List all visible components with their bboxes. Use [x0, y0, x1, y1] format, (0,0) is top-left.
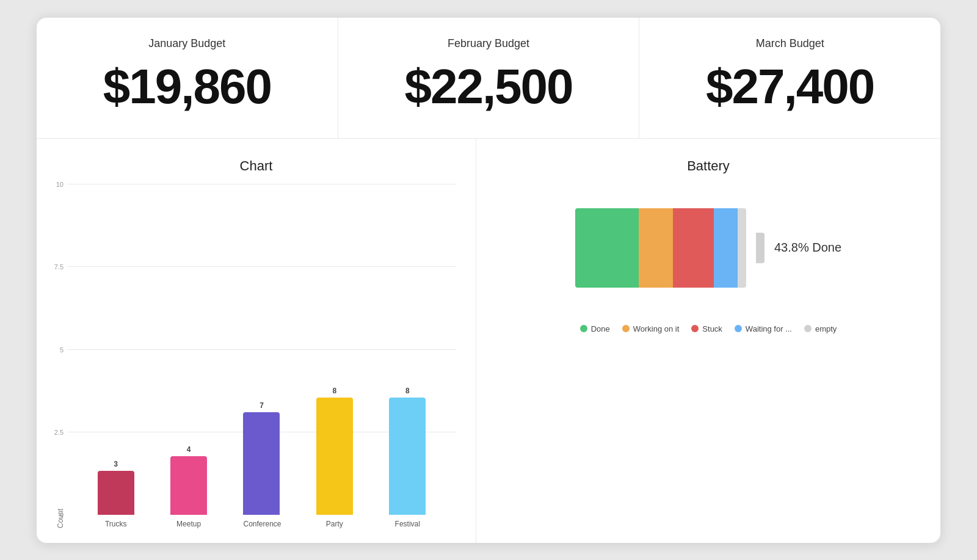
bar-rect	[170, 456, 207, 515]
legend-label: Done	[591, 324, 610, 333]
legend-item: empty	[804, 324, 837, 333]
bar-group: 8	[389, 387, 426, 515]
legend-dot	[691, 325, 699, 332]
chart-panel: Chart Count 107.552.5034788 TrucksMeetup…	[37, 139, 476, 543]
legend-label: empty	[815, 324, 837, 333]
x-axis-label: Trucks	[98, 520, 134, 528]
bar-group: 4	[170, 445, 207, 515]
x-labels: TrucksMeetupConferencePartyFestival	[67, 515, 456, 528]
battery-segment	[639, 208, 673, 288]
legend-label: Waiting for ...	[746, 324, 792, 333]
y-axis-label: Count	[56, 184, 65, 528]
x-axis-label: Party	[316, 520, 353, 528]
battery-segment	[714, 208, 738, 288]
battery-segment	[575, 208, 639, 288]
battery-panel: Battery 43.8% Done DoneWorking on itStuc…	[476, 139, 940, 543]
legend-label: Working on it	[633, 324, 680, 333]
bar-group: 7	[243, 401, 280, 515]
budget-card: March Budget $27,400	[639, 18, 940, 138]
bar-rect	[243, 412, 280, 515]
battery-percent: 43.8% Done	[774, 241, 841, 255]
battery-bar	[575, 208, 746, 288]
bottom-row: Chart Count 107.552.5034788 TrucksMeetup…	[37, 139, 940, 543]
y-tick-label: 0	[45, 511, 64, 518]
battery-tip	[756, 233, 765, 263]
budget-card-value: $27,400	[669, 60, 911, 114]
legend-dot	[580, 325, 587, 332]
budget-card: January Budget $19,860	[37, 18, 338, 138]
battery-title: Battery	[687, 158, 730, 174]
battery-visual-row: 43.8% Done	[575, 208, 841, 288]
budget-card-title: February Budget	[368, 37, 610, 50]
y-tick-label: 2.5	[45, 429, 64, 436]
bar-value-label: 4	[187, 445, 191, 454]
x-axis-label: Festival	[389, 520, 426, 528]
legend-item: Stuck	[691, 324, 722, 333]
budget-card-value: $22,500	[368, 60, 610, 114]
chart-plot: 107.552.5034788	[67, 184, 456, 515]
bar-value-label: 8	[333, 387, 337, 395]
budget-card-title: March Budget	[669, 37, 911, 50]
y-tick-label: 5	[45, 346, 64, 354]
battery-segment	[673, 208, 714, 288]
battery-segment	[738, 208, 746, 288]
budget-card: February Budget $22,500	[338, 18, 639, 138]
bar-rect	[316, 398, 353, 515]
bars-row: 34788	[67, 184, 456, 515]
y-tick-label: 10	[45, 181, 64, 188]
x-axis-label: Conference	[243, 520, 280, 528]
budget-card-title: January Budget	[66, 37, 308, 50]
legend-item: Working on it	[622, 324, 680, 333]
chart-title: Chart	[56, 158, 456, 174]
budget-row: January Budget $19,860 February Budget $…	[37, 18, 940, 139]
legend-dot	[735, 325, 742, 332]
bar-value-label: 3	[114, 460, 118, 468]
bar-rect	[98, 471, 134, 515]
legend-label: Stuck	[702, 324, 722, 333]
chart-inner: 107.552.5034788 TrucksMeetupConferencePa…	[67, 184, 456, 528]
budget-card-value: $19,860	[66, 60, 308, 114]
legend-item: Waiting for ...	[735, 324, 792, 333]
legend-item: Done	[580, 324, 610, 333]
battery-legend: DoneWorking on itStuckWaiting for ...emp…	[580, 324, 837, 333]
dashboard: January Budget $19,860 February Budget $…	[37, 18, 940, 543]
bar-value-label: 7	[260, 401, 264, 410]
bar-rect	[389, 398, 426, 515]
bar-group: 8	[316, 387, 353, 515]
bar-value-label: 8	[405, 387, 410, 395]
legend-dot	[804, 325, 812, 332]
x-axis-label: Meetup	[170, 520, 207, 528]
bar-group: 3	[98, 460, 134, 515]
chart-area: Count 107.552.5034788 TrucksMeetupConfer…	[56, 184, 456, 528]
y-tick-label: 7.5	[45, 263, 64, 271]
legend-dot	[622, 325, 630, 332]
